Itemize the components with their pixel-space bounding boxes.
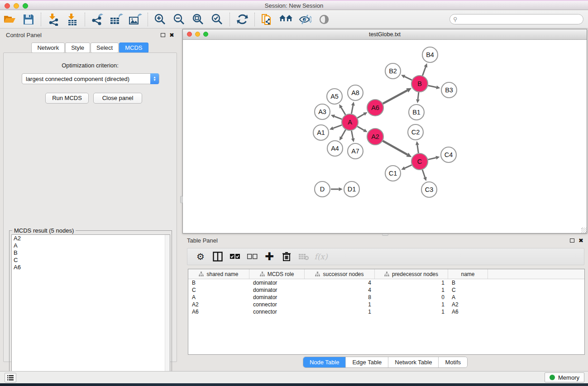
edge-B-B4[interactable] [422, 67, 425, 76]
edge-B-B3[interactable] [428, 86, 437, 87]
edge-A-A8[interactable] [351, 105, 353, 114]
add-column-icon[interactable]: ✚ [262, 250, 277, 263]
control-tab-select[interactable]: Select [91, 43, 119, 53]
node-table[interactable]: shared nameMCDS rolesuccessor nodesprede… [188, 269, 585, 355]
network-vertical-scrollbar[interactable] [180, 196, 183, 203]
edge-A-A7[interactable] [352, 131, 353, 138]
import-network-icon[interactable] [45, 12, 62, 27]
hide-details-icon[interactable] [296, 12, 314, 27]
export-image-icon[interactable] [127, 12, 144, 27]
table-cell[interactable]: A6 [188, 309, 249, 315]
table-tab-motifs[interactable]: Motifs [439, 357, 467, 367]
table-row[interactable]: A6connector11A6 [188, 308, 584, 315]
close-panel-icon[interactable]: ✖ [169, 32, 174, 38]
zoom-in-icon[interactable] [152, 12, 169, 27]
table-cell[interactable]: 1 [305, 309, 375, 315]
column-selector-icon[interactable] [210, 250, 225, 263]
edge-A-A5[interactable] [341, 107, 346, 114]
table-cell[interactable]: connector [249, 309, 305, 315]
column-header-MCDS-role[interactable]: MCDS role [249, 269, 305, 279]
import-table-icon[interactable] [64, 12, 81, 27]
column-header-name[interactable]: name [448, 269, 488, 279]
task-history-button[interactable] [5, 373, 16, 382]
float-panel-icon[interactable] [570, 238, 574, 243]
control-tab-mcds[interactable]: MCDS [119, 43, 148, 53]
control-tab-style[interactable]: Style [65, 43, 90, 53]
refresh-icon[interactable] [234, 12, 251, 27]
show-details-icon[interactable] [316, 12, 333, 27]
table-cell[interactable]: A [448, 294, 488, 300]
optimization-criterion-select[interactable]: largest connected component (directed) ▲… [22, 73, 159, 84]
network-graph[interactable]: B4B2BB3A5A8A6A3B1AA1C2A2A4A7C4CC1C3DD1 [183, 40, 587, 233]
table-tab-node-table[interactable]: Node Table [303, 357, 346, 367]
table-cell[interactable]: 1 [375, 280, 448, 286]
table-cell[interactable]: B [188, 280, 249, 286]
table-cell[interactable]: 1 [375, 301, 448, 308]
table-cell[interactable]: A2 [188, 301, 249, 308]
table-cell[interactable]: dominator [249, 294, 305, 300]
table-cell[interactable]: B [448, 280, 488, 286]
table-cell[interactable]: C [448, 287, 488, 293]
column-header-shared-name[interactable]: shared name [188, 269, 249, 279]
mcds-result-list[interactable]: A2ABCA6 [11, 234, 170, 381]
mcds-result-item[interactable]: A [12, 242, 170, 249]
search-input[interactable] [449, 14, 583, 24]
table-cell[interactable]: 4 [305, 280, 375, 286]
home-icon[interactable] [277, 12, 295, 27]
window-resize-grip[interactable] [581, 228, 587, 233]
delete-column-icon[interactable] [279, 250, 294, 263]
open-file-icon[interactable] [1, 12, 18, 27]
edge-A-A3[interactable] [335, 116, 342, 119]
table-cell[interactable]: 0 [375, 294, 448, 300]
table-cell[interactable]: connector [249, 301, 305, 308]
table-cell[interactable]: A6 [448, 309, 488, 315]
float-panel-icon[interactable] [161, 33, 165, 37]
mcds-result-item[interactable]: B [12, 249, 170, 257]
edge-A-A1[interactable] [333, 125, 342, 128]
control-tab-network[interactable]: Network [31, 43, 65, 53]
edge-A2-C[interactable] [383, 141, 407, 155]
table-cell[interactable]: C [188, 287, 249, 293]
edge-A-A4[interactable] [341, 130, 346, 138]
export-network-icon[interactable] [89, 12, 106, 27]
mcds-result-item[interactable]: A2 [12, 235, 170, 242]
select-all-icon[interactable] [227, 250, 243, 263]
deselect-all-icon[interactable] [244, 250, 260, 263]
edge-A-A2[interactable] [357, 126, 364, 130]
table-cell[interactable]: dominator [249, 280, 305, 286]
table-cell[interactable]: 1 [375, 287, 448, 293]
export-table-icon[interactable] [108, 12, 125, 27]
table-tab-edge-table[interactable]: Edge Table [346, 357, 388, 367]
close-panel-button[interactable]: Close panel [93, 93, 142, 104]
table-cell[interactable]: dominator [249, 287, 305, 293]
table-tab-network-table[interactable]: Network Table [388, 357, 439, 367]
run-mcds-button[interactable]: Run MCDS [45, 93, 89, 104]
edge-C-C3[interactable] [422, 170, 425, 177]
mcds-result-item[interactable]: A6 [12, 264, 170, 271]
table-cell[interactable]: 8 [305, 294, 375, 300]
column-header-successor-nodes[interactable]: successor nodes [305, 269, 375, 279]
mcds-result-item[interactable]: C [12, 257, 170, 264]
table-cell[interactable]: 4 [305, 287, 375, 293]
table-cell[interactable]: A [188, 294, 249, 300]
memory-status-button[interactable]: Memory [545, 372, 584, 382]
network-window-titlebar[interactable]: testGlobe.txt [183, 29, 587, 40]
close-panel-icon[interactable]: ✖ [578, 237, 583, 244]
save-session-icon[interactable] [20, 12, 37, 27]
table-row[interactable]: Cdominator41C [188, 286, 584, 294]
zoom-out-icon[interactable] [171, 12, 188, 27]
edge-A-A6[interactable] [357, 114, 364, 118]
zoom-fit-icon[interactable] [190, 12, 207, 27]
edge-C-C2[interactable] [417, 145, 418, 153]
edge-C-C4[interactable] [428, 158, 436, 160]
column-header-predecessor-nodes[interactable]: predecessor nodes [375, 269, 448, 279]
network-canvas[interactable]: B4B2BB3A5A8A6A3B1AA1C2A2A4A7C4CC1C3DD1 [183, 40, 587, 233]
table-row[interactable]: Bdominator41B [188, 279, 584, 286]
settings-gear-icon[interactable]: ⚙ [193, 250, 208, 263]
table-row[interactable]: Adominator80A [188, 294, 584, 301]
zoom-selected-icon[interactable] [209, 12, 226, 27]
table-row[interactable]: A2connector11A2 [188, 301, 584, 308]
edge-B-B1[interactable] [418, 92, 419, 100]
result-list-scrollbar[interactable] [165, 235, 170, 381]
edge-C-C1[interactable] [405, 165, 412, 168]
